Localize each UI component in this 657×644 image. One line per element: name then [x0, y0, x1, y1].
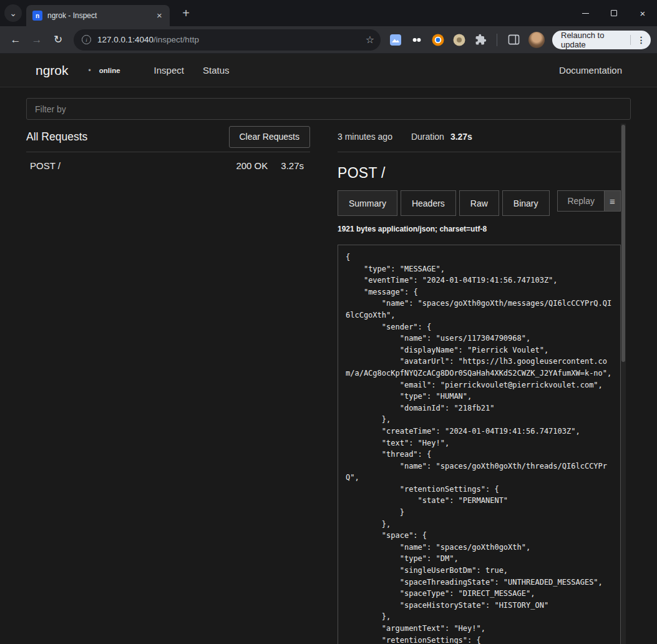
tab-binary[interactable]: Binary	[502, 190, 550, 216]
minimize-icon	[582, 13, 589, 14]
ngrok-page: ngrok • online Inspect Status Documentat…	[0, 54, 657, 644]
requests-panel-header: All Requests Clear Requests	[26, 125, 310, 148]
request-body-block: { "type": "MESSAGE", "eventTime": "2024-…	[338, 245, 621, 644]
ngrok-header: ngrok • online Inspect Status Documentat…	[0, 54, 657, 87]
replay-options-button[interactable]: ≡	[605, 190, 621, 212]
window-controls: ×	[571, 0, 657, 26]
ngrok-logo[interactable]: ngrok	[36, 63, 69, 78]
pill-divider	[630, 35, 631, 45]
documentation-link[interactable]: Documentation	[559, 65, 622, 76]
extensions-puzzle-icon[interactable]	[474, 34, 487, 46]
clear-requests-button[interactable]: Clear Requests	[229, 126, 311, 148]
replay-button-group: Replay ≡	[557, 190, 621, 212]
kebab-menu-icon[interactable]: ⋮	[636, 35, 647, 45]
site-info-icon[interactable]: i	[82, 35, 91, 44]
request-detail-panel: 3 minutes ago Duration 3.27s POST / Summ…	[338, 125, 621, 644]
address-bar[interactable]: i 127.0.0.1:4040/inspect/http ☆	[74, 29, 381, 51]
hamburger-icon: ≡	[610, 196, 615, 207]
minimize-button[interactable]	[571, 0, 600, 26]
request-duration-group: Duration 3.27s	[411, 132, 472, 142]
request-title: POST /	[338, 163, 621, 182]
new-tab-button[interactable]: +	[177, 4, 195, 22]
reload-button[interactable]: ↻	[47, 29, 69, 51]
url-text: 127.0.0.1:4040/inspect/http	[97, 35, 359, 44]
goggles-extension-icon[interactable]	[411, 34, 423, 46]
tab-title: ngrok - Inspect	[47, 11, 149, 20]
extensions-row	[389, 32, 545, 48]
photos-extension-icon[interactable]	[389, 34, 402, 46]
relaunch-to-update-button[interactable]: Relaunch to update ⋮	[552, 31, 651, 49]
request-time-ago: 3 minutes ago	[338, 132, 392, 142]
chevron-down-icon: ⌄	[9, 8, 17, 18]
browser-tab[interactable]: n ngrok - Inspect ×	[26, 5, 170, 26]
chrome-extension-icon[interactable]	[432, 34, 444, 46]
nav-item-inspect[interactable]: Inspect	[154, 65, 184, 76]
nav-item-status[interactable]: Status	[203, 65, 230, 76]
tab-search-button[interactable]: ⌄	[4, 4, 22, 22]
tab-headers[interactable]: Headers	[401, 190, 456, 216]
url-path: /inspect/http	[153, 35, 199, 44]
tab-summary[interactable]: Summary	[338, 190, 397, 216]
round-extension-icon[interactable]	[453, 34, 465, 46]
detail-scrollbar[interactable]	[621, 124, 626, 644]
tab-raw[interactable]: Raw	[459, 190, 499, 216]
tab-close-icon[interactable]: ×	[154, 11, 165, 21]
detail-divider	[338, 152, 621, 152]
relaunch-label: Relaunch to update	[561, 31, 625, 49]
toolbar-separator	[497, 34, 497, 46]
browser-toolbar: ← → ↻ i 127.0.0.1:4040/inspect/http ☆	[0, 26, 657, 54]
tab-strip: ⌄ n ngrok - Inspect × + ×	[0, 0, 657, 26]
detail-tabs-row: Summary Headers Raw Binary Replay ≡	[338, 190, 621, 216]
profile-avatar[interactable]	[528, 32, 545, 48]
request-row[interactable]: POST / 200 OK 3.27s	[26, 152, 310, 178]
close-window-button[interactable]: ×	[628, 0, 657, 26]
url-host: 127.0.0.1:4040	[97, 35, 153, 44]
side-panel-icon[interactable]	[507, 34, 520, 46]
replay-button[interactable]: Replay	[557, 190, 605, 212]
ngrok-favicon-icon: n	[32, 11, 42, 21]
maximize-button[interactable]	[600, 0, 628, 26]
request-duration: 3.27s	[281, 160, 304, 171]
requests-panel: All Requests Clear Requests POST / 200 O…	[26, 125, 310, 178]
bookmark-star-icon[interactable]: ☆	[366, 34, 374, 46]
requests-panel-title: All Requests	[26, 130, 87, 144]
status-dot-icon: •	[89, 66, 91, 75]
request-method-path: POST /	[30, 160, 61, 171]
request-row-meta: 200 OK 3.27s	[236, 160, 304, 171]
request-status: 200 OK	[236, 160, 268, 171]
back-button[interactable]: ←	[5, 29, 26, 51]
content-meta: 1921 bytes application/json; charset=utf…	[338, 225, 621, 233]
browser-window: ⌄ n ngrok - Inspect × + × ← → ↻ i 127.0.…	[0, 0, 657, 644]
status-badge: online	[99, 67, 120, 74]
maximize-icon	[611, 10, 617, 16]
scrollbar-thumb[interactable]	[621, 125, 625, 362]
detail-meta-row: 3 minutes ago Duration 3.27s	[338, 125, 621, 148]
request-body-json: { "type": "MESSAGE", "eventTime": "2024-…	[346, 251, 613, 644]
forward-button[interactable]: →	[26, 29, 47, 51]
duration-value: 3.27s	[450, 132, 472, 142]
filter-input[interactable]	[26, 98, 631, 120]
duration-label: Duration	[411, 132, 444, 142]
